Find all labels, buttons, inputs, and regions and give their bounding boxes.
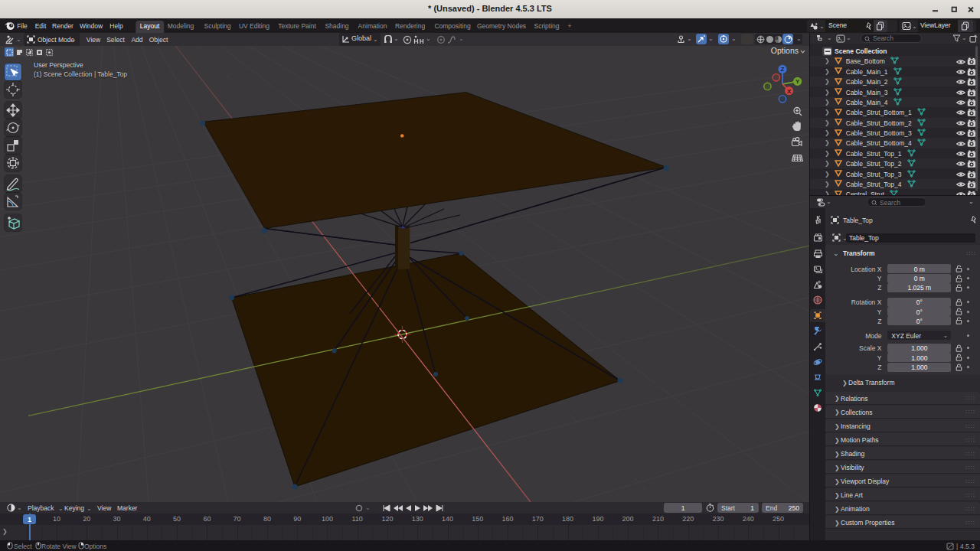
svg-text:Options: Options (771, 46, 799, 55)
svg-text:Y: Y (795, 78, 800, 85)
svg-text:X: X (787, 88, 792, 95)
svg-text:Z: Z (781, 66, 785, 73)
